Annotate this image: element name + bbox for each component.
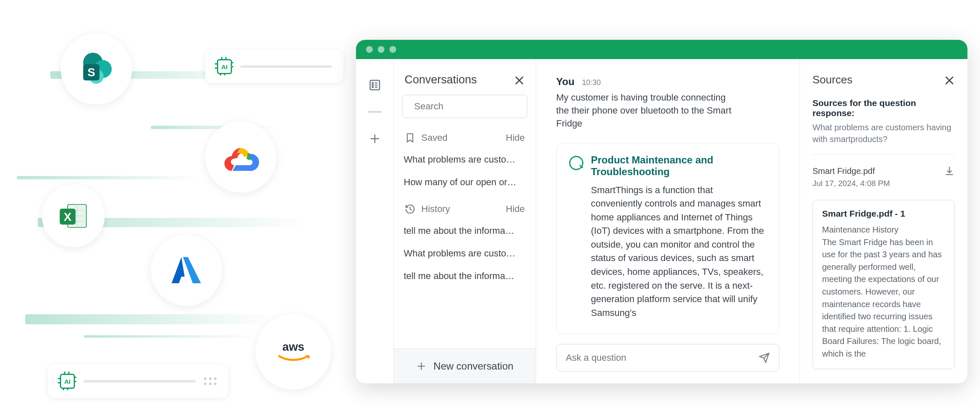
history-label: History <box>421 204 450 215</box>
ai-chip-icon: AI <box>60 374 75 389</box>
ai-response-title: Product Maintenance and Troubleshooting <box>591 154 766 178</box>
source-excerpt-card[interactable]: Smart Fridge.pdf - 1 Maintenance History… <box>812 200 955 369</box>
sharepoint-icon: S <box>61 34 132 105</box>
source-card-heading: Maintenance History <box>822 224 945 236</box>
drag-handle-icon <box>204 378 217 385</box>
message-time: 10:30 <box>582 78 601 87</box>
saved-label: Saved <box>421 132 447 143</box>
source-file-date: Jul 17, 2024, 4:08 PM <box>812 179 955 188</box>
history-icon <box>405 204 415 215</box>
download-icon[interactable] <box>944 166 955 176</box>
conversations-panel: Conversations Saved Hide What problems a… <box>394 59 536 383</box>
sources-question: What problems are customers having with … <box>812 122 955 155</box>
window-dot-icon <box>389 46 396 53</box>
hide-saved-button[interactable]: Hide <box>506 132 525 143</box>
rail-divider <box>368 111 382 113</box>
new-button[interactable] <box>366 130 383 147</box>
sources-panel: Sources Sources for the question respons… <box>800 59 967 383</box>
svg-point-14 <box>372 83 373 84</box>
sources-subhead: Sources for the question response: <box>812 98 955 118</box>
sender-you-label: You <box>556 76 575 88</box>
aws-icon: aws <box>255 314 331 390</box>
svg-point-15 <box>372 85 373 86</box>
ai-chip-card: AI <box>205 50 343 83</box>
ai-chip-icon: AI <box>217 59 232 74</box>
new-conversation-button[interactable]: New conversation <box>394 348 536 383</box>
send-icon[interactable] <box>759 352 770 363</box>
nav-rail <box>356 59 394 383</box>
conversations-app-window: Conversations Saved Hide What problems a… <box>356 40 967 383</box>
search-input[interactable] <box>414 101 529 112</box>
close-sources-button[interactable] <box>943 74 955 86</box>
hide-history-button[interactable]: Hide <box>506 204 525 215</box>
excel-icon: X <box>42 184 105 247</box>
source-file-name[interactable]: Smart Fridge.pdf <box>812 166 875 176</box>
source-card-title: Smart Fridge.pdf - 1 <box>822 209 945 219</box>
conversations-list-button[interactable] <box>366 77 383 93</box>
conversation-item[interactable]: What problems are custo… <box>394 148 536 171</box>
ai-response-body: SmartThings is a function that convenien… <box>591 184 766 320</box>
search-input-wrap[interactable] <box>402 95 527 118</box>
placeholder-line <box>240 65 332 68</box>
svg-point-16 <box>372 87 373 88</box>
bookmark-icon <box>405 132 415 143</box>
azure-icon <box>151 235 222 306</box>
google-cloud-icon <box>205 122 276 193</box>
source-card-body: The Smart Fridge has been in use for the… <box>822 236 945 360</box>
chat-panel: You 10:30 My customer is having trouble … <box>536 59 800 383</box>
conversations-title: Conversations <box>405 73 477 86</box>
placeholder-line <box>83 380 196 383</box>
svg-text:S: S <box>88 66 95 79</box>
qlik-icon <box>569 156 583 170</box>
user-message: My customer is having trouble connecting… <box>556 91 732 130</box>
conversation-item[interactable]: What problems are custo… <box>394 242 536 265</box>
ask-input-wrap[interactable] <box>556 344 779 372</box>
sources-title: Sources <box>812 73 852 86</box>
conversation-item[interactable]: How many of our open or… <box>394 171 536 194</box>
window-dot-icon <box>378 46 384 53</box>
close-panel-button[interactable] <box>513 74 525 86</box>
window-titlebar <box>356 40 967 59</box>
ai-response-card: Product Maintenance and Troubleshooting … <box>556 143 779 334</box>
svg-text:X: X <box>64 210 72 223</box>
conversation-item[interactable]: tell me about the informa… <box>394 265 536 287</box>
plus-icon <box>416 361 427 372</box>
svg-text:aws: aws <box>282 340 304 353</box>
ai-chip-card: AI <box>48 365 228 398</box>
window-dot-icon <box>366 46 373 53</box>
new-conversation-label: New conversation <box>433 360 513 372</box>
ask-input[interactable] <box>566 352 759 363</box>
conversation-item[interactable]: tell me about the informa… <box>394 220 536 242</box>
